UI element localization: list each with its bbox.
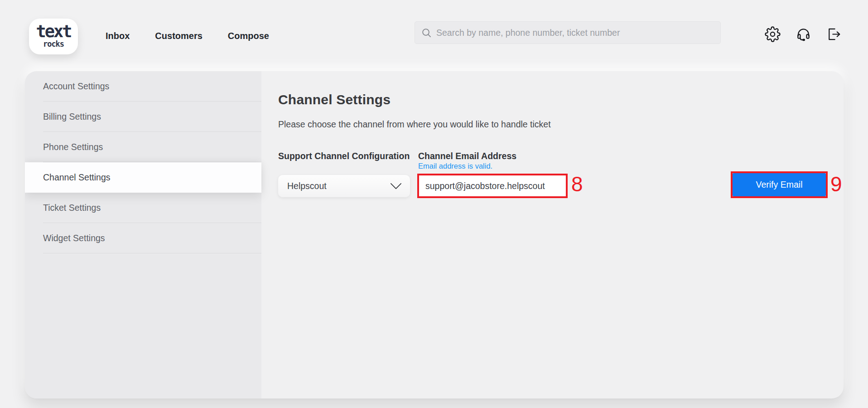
- support-channel-select[interactable]: Helpscout: [278, 175, 410, 197]
- sidebar-item-phone-settings[interactable]: Phone Settings: [25, 132, 261, 162]
- settings-card: Account Settings Billing Settings Phone …: [25, 71, 844, 398]
- sidebar-item-channel-settings[interactable]: Channel Settings: [25, 162, 261, 193]
- search-icon: [421, 28, 432, 38]
- chevron-down-icon: [390, 183, 402, 189]
- main-nav: Inbox Customers Compose: [106, 0, 269, 72]
- annotation-number-9: 9: [830, 174, 842, 194]
- search-input[interactable]: [436, 28, 714, 38]
- verify-email-button[interactable]: Verify Email: [733, 173, 826, 196]
- page-subtitle: Please choose the channel from where you…: [278, 119, 551, 130]
- annotation-number-8: 8: [571, 174, 583, 194]
- sidebar-item-widget-settings[interactable]: Widget Settings: [25, 223, 261, 253]
- email-validation-message: Email address is valid.: [418, 162, 492, 170]
- brand-logo-subtext: rocks: [43, 39, 64, 49]
- channel-email-input[interactable]: [419, 175, 566, 196]
- nav-item-compose[interactable]: Compose: [228, 31, 269, 41]
- sidebar-item-ticket-settings[interactable]: Ticket Settings: [25, 193, 261, 223]
- support-channel-label: Support Channel Configuration: [278, 151, 410, 161]
- page-title: Channel Settings: [278, 92, 391, 107]
- annotation-box-9: Verify Email: [731, 171, 828, 198]
- brand-logo-text: text: [36, 24, 71, 39]
- sidebar-item-billing-settings[interactable]: Billing Settings: [25, 102, 261, 132]
- support-channel-selected-value: Helpscout: [287, 181, 327, 191]
- nav-item-customers[interactable]: Customers: [155, 31, 202, 41]
- support-headset-icon[interactable]: [796, 26, 811, 42]
- annotation-box-8: [417, 174, 568, 198]
- brand-logo[interactable]: text rocks: [29, 19, 78, 54]
- settings-gear-icon[interactable]: [765, 26, 781, 42]
- settings-sidebar: Account Settings Billing Settings Phone …: [25, 71, 261, 398]
- channel-email-label: Channel Email Address: [418, 151, 516, 161]
- logout-icon[interactable]: [826, 26, 842, 42]
- sidebar-item-account-settings[interactable]: Account Settings: [25, 71, 261, 102]
- global-search-bar[interactable]: [415, 21, 721, 44]
- channel-settings-panel: Channel Settings Please choose the chann…: [261, 71, 844, 398]
- nav-item-inbox[interactable]: Inbox: [106, 31, 130, 41]
